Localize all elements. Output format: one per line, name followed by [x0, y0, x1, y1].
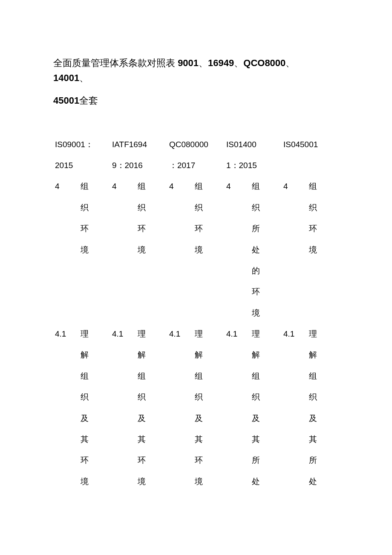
vertical-char: 处 [309, 471, 337, 492]
clause-num: 4.1 [225, 323, 250, 492]
standard-head-1a: IS09001： [53, 134, 110, 155]
vertical-char: 环 [195, 450, 223, 471]
vertical-char: 环 [81, 450, 109, 471]
vertical-char: 环 [252, 281, 280, 302]
title-bold-2: 16949 [208, 58, 234, 68]
vertical-char: 境 [138, 239, 166, 260]
title-prefix: 全面质量管理体系条款对照表 [53, 58, 175, 68]
vertical-char: 境 [81, 239, 109, 260]
standard-head-3b: ：2017 [167, 155, 225, 176]
vertical-char: 及 [81, 408, 109, 429]
standard-head-5b [282, 155, 339, 176]
vertical-char: 理 [252, 323, 280, 344]
standard-head-2a: IATF1694 [110, 134, 167, 155]
vertical-char: 组 [138, 176, 166, 197]
vertical-char: 组 [309, 366, 337, 386]
vertical-char: 环 [138, 450, 166, 471]
clause-num: 4 [225, 176, 250, 323]
clause-text: 理解组织及其环境 [79, 323, 110, 492]
clause-text: 组织环境 [307, 176, 339, 323]
vertical-char: 织 [138, 197, 166, 218]
vertical-char: 境 [252, 302, 280, 323]
vertical-char: 组 [81, 366, 109, 386]
subtitle-rest: 全套 [79, 95, 98, 106]
vertical-char: 环 [138, 218, 166, 239]
vertical-char: 织 [81, 197, 109, 218]
vertical-char: 环 [81, 218, 109, 239]
vertical-char: 其 [138, 429, 166, 450]
vertical-char: 组 [138, 366, 166, 386]
vertical-char: 其 [195, 429, 223, 450]
title-sep-4: 、 [79, 73, 89, 83]
vertical-char: 境 [195, 239, 223, 260]
clause-text: 组织环境 [193, 176, 225, 323]
vertical-char: 解 [81, 344, 109, 365]
clause-num: 4 [53, 176, 79, 323]
vertical-char: 解 [252, 344, 280, 365]
doc-title: 全面质量管理体系条款对照表 9001、16949、QCO8000、 14001、 [53, 55, 339, 85]
vertical-char: 环 [195, 218, 223, 239]
vertical-char: 组 [195, 176, 223, 197]
clause-text: 组织环境 [79, 176, 110, 323]
clause-num: 4.1 [110, 323, 136, 492]
vertical-char: 及 [309, 408, 337, 429]
vertical-char: 境 [81, 471, 109, 492]
standard-head-3a: QC080000 [167, 134, 225, 155]
standards-header-row-1: IS09001： IATF1694 QC080000 IS01400 IS045… [53, 134, 339, 155]
subtitle-bold: 45001 [53, 95, 79, 106]
clause-num: 4.1 [167, 323, 193, 492]
vertical-char: 织 [138, 386, 166, 407]
clause-num: 4 [282, 176, 307, 323]
vertical-char: 织 [81, 386, 109, 407]
vertical-char: 理 [138, 323, 166, 344]
clause-text: 理解组织及其环境 [136, 323, 167, 492]
document-page: 全面质量管理体系条款对照表 9001、16949、QCO8000、 14001、… [0, 0, 392, 555]
clause-num: 4 [167, 176, 193, 323]
vertical-char: 的 [252, 260, 280, 281]
title-bold-4: 14001 [53, 73, 79, 83]
vertical-char: 其 [309, 429, 337, 450]
title-bold-3: QCO8000 [243, 58, 285, 68]
vertical-char: 组 [252, 366, 280, 386]
table-row: 4.1 理解组织及其环境 4.1 理解组织及其环境 4.1 理解组织及其环境 4… [53, 323, 339, 492]
clause-text: 组织所处的环境 [250, 176, 282, 323]
vertical-char: 及 [252, 408, 280, 429]
clause-num: 4.1 [53, 323, 79, 492]
vertical-char: 织 [252, 197, 280, 218]
clause-text: 理解组织及其环境 [193, 323, 225, 492]
vertical-char: 境 [138, 471, 166, 492]
standards-header-row-2: 2015 9：2016 ：2017 1：2015 [53, 155, 339, 176]
clause-text: 理解组织及其所处 [307, 323, 339, 492]
vertical-char: 境 [195, 471, 223, 492]
vertical-char: 处 [252, 471, 280, 492]
doc-subtitle: 45001全套 [53, 93, 339, 108]
vertical-char: 其 [252, 429, 280, 450]
vertical-char: 处 [252, 239, 280, 260]
vertical-char: 理 [195, 323, 223, 344]
vertical-char: 所 [252, 218, 280, 239]
standard-head-1b: 2015 [53, 155, 110, 176]
vertical-char: 组 [252, 176, 280, 197]
vertical-char: 所 [309, 450, 337, 471]
standard-head-4b: 1：2015 [225, 155, 282, 176]
vertical-char: 及 [195, 408, 223, 429]
vertical-char: 解 [138, 344, 166, 365]
vertical-char: 及 [138, 408, 166, 429]
vertical-char: 织 [252, 386, 280, 407]
vertical-char: 所 [252, 450, 280, 471]
vertical-char: 境 [309, 239, 337, 260]
clause-text: 理解组织及其所处 [250, 323, 282, 492]
vertical-char: 组 [309, 176, 337, 197]
vertical-char: 织 [309, 386, 337, 407]
clause-num: 4 [110, 176, 136, 323]
title-sep-1: 、 [199, 58, 208, 68]
title-sep-3: 、 [285, 58, 295, 68]
title-sep-2: 、 [234, 58, 243, 68]
table-row: 4 组织环境 4 组织环境 4 组织环境 4 组织所处的环境 4 组织环境 [53, 176, 339, 323]
vertical-char: 织 [195, 386, 223, 407]
vertical-char: 理 [309, 323, 337, 344]
clause-num: 4.1 [282, 323, 307, 492]
vertical-char: 其 [81, 429, 109, 450]
vertical-char: 组 [195, 366, 223, 386]
vertical-char: 织 [309, 197, 337, 218]
